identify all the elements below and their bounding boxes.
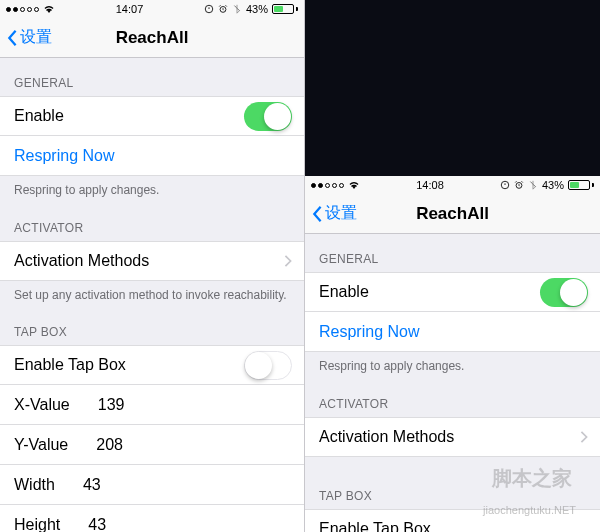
bluetooth-icon [232, 4, 242, 14]
height-label: Height [14, 516, 60, 532]
section-header-general: GENERAL [0, 58, 304, 96]
chevron-left-icon [311, 205, 323, 223]
status-time: 14:07 [116, 3, 144, 15]
enable-switch[interactable] [540, 278, 588, 307]
wifi-icon [43, 3, 55, 15]
activation-methods-row[interactable]: Activation Methods [305, 417, 600, 457]
x-value-row[interactable]: X-Value 139 [0, 385, 304, 425]
width-label: Width [14, 476, 55, 494]
status-bar: 14:08 43% [305, 176, 600, 194]
respring-label: Respring Now [319, 323, 419, 341]
section-header-tapbox: TAP BOX [305, 483, 600, 509]
section-header-general: GENERAL [305, 234, 600, 272]
status-bar: 14:07 43% [0, 0, 304, 18]
nav-bar: 设置 ReachAll [0, 18, 304, 58]
rotation-lock-icon [500, 180, 510, 190]
back-button[interactable]: 设置 [0, 27, 52, 48]
y-value-row[interactable]: Y-Value 208 [0, 425, 304, 465]
back-button[interactable]: 设置 [305, 203, 357, 224]
rotation-lock-icon [204, 4, 214, 14]
alarm-icon [218, 4, 228, 14]
signal-dots [311, 183, 344, 188]
height-row[interactable]: Height 43 [0, 505, 304, 532]
tapbox-enable-row[interactable]: Enable Tap Box [305, 509, 600, 532]
bluetooth-icon [528, 180, 538, 190]
wifi-icon [348, 179, 360, 191]
section-header-activator: ACTIVATOR [0, 203, 304, 241]
respring-button[interactable]: Respring Now [305, 312, 600, 352]
activation-methods-label: Activation Methods [319, 428, 454, 446]
battery-icon [272, 4, 298, 14]
battery-percent: 43% [542, 179, 564, 191]
enable-label: Enable [319, 283, 369, 301]
chevron-right-icon [580, 431, 588, 443]
activator-footer [305, 457, 600, 484]
signal-dots [6, 7, 39, 12]
y-value: 208 [96, 436, 123, 454]
width-value: 43 [83, 476, 101, 494]
reachability-black-area [305, 0, 600, 176]
height-value: 43 [88, 516, 106, 532]
status-time: 14:08 [416, 179, 444, 191]
back-label: 设置 [325, 203, 357, 224]
alarm-icon [514, 180, 524, 190]
section-header-tapbox: TAP BOX [0, 307, 304, 345]
enable-label: Enable [14, 107, 64, 125]
respring-button[interactable]: Respring Now [0, 136, 304, 176]
back-label: 设置 [20, 27, 52, 48]
tapbox-enable-label: Enable Tap Box [14, 356, 126, 374]
tapbox-enable-label: Enable Tap Box [319, 520, 431, 532]
respring-label: Respring Now [14, 147, 114, 165]
nav-bar: 设置 ReachAll [305, 194, 600, 234]
enable-switch[interactable] [244, 102, 292, 131]
activation-methods-label: Activation Methods [14, 252, 149, 270]
chevron-right-icon [284, 255, 292, 267]
x-value-label: X-Value [14, 396, 70, 414]
activator-footer: Set up any activation method to invoke r… [0, 281, 304, 308]
battery-icon [568, 180, 594, 190]
x-value: 139 [98, 396, 125, 414]
enable-row[interactable]: Enable [305, 272, 600, 312]
chevron-left-icon [6, 29, 18, 47]
tapbox-enable-switch[interactable] [244, 351, 292, 380]
battery-percent: 43% [246, 3, 268, 15]
tapbox-enable-row[interactable]: Enable Tap Box [0, 345, 304, 385]
enable-row[interactable]: Enable [0, 96, 304, 136]
width-row[interactable]: Width 43 [0, 465, 304, 505]
general-footer: Respring to apply changes. [305, 352, 600, 379]
section-header-activator: ACTIVATOR [305, 379, 600, 417]
activation-methods-row[interactable]: Activation Methods [0, 241, 304, 281]
general-footer: Respring to apply changes. [0, 176, 304, 203]
y-value-label: Y-Value [14, 436, 68, 454]
